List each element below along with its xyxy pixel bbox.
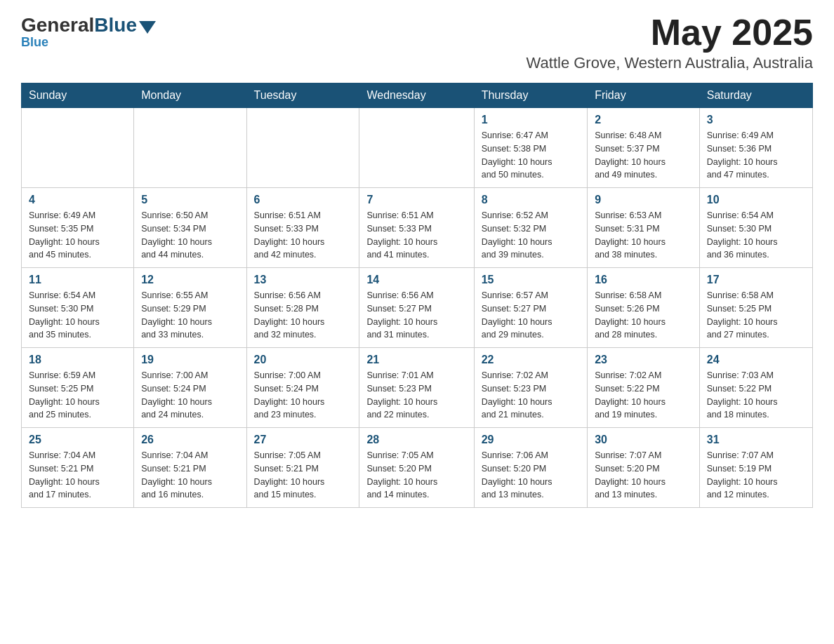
day-number: 1	[482, 114, 580, 126]
calendar-cell: 17Sunrise: 6:58 AMSunset: 5:25 PMDayligh…	[699, 268, 812, 348]
day-number: 21	[366, 354, 466, 366]
day-number: 10	[707, 194, 805, 206]
calendar-cell: 16Sunrise: 6:58 AMSunset: 5:26 PMDayligh…	[588, 268, 700, 348]
day-info: Sunrise: 7:00 AMSunset: 5:24 PMDaylight:…	[254, 369, 352, 422]
day-number: 20	[254, 354, 352, 366]
calendar-cell	[22, 108, 134, 188]
day-number: 5	[141, 194, 239, 206]
week-row-2: 4Sunrise: 6:49 AMSunset: 5:35 PMDaylight…	[22, 188, 813, 268]
col-header-wednesday: Wednesday	[359, 83, 474, 108]
calendar-cell: 28Sunrise: 7:05 AMSunset: 5:20 PMDayligh…	[359, 428, 474, 508]
day-number: 28	[366, 434, 466, 446]
logo-blue-part: Blue	[94, 14, 156, 36]
day-info: Sunrise: 6:49 AMSunset: 5:35 PMDaylight:…	[29, 209, 126, 262]
day-info: Sunrise: 6:55 AMSunset: 5:29 PMDaylight:…	[141, 289, 239, 342]
calendar-cell: 29Sunrise: 7:06 AMSunset: 5:20 PMDayligh…	[474, 428, 587, 508]
day-info: Sunrise: 6:58 AMSunset: 5:25 PMDaylight:…	[707, 289, 805, 342]
day-number: 14	[366, 274, 466, 286]
day-number: 13	[254, 274, 352, 286]
day-info: Sunrise: 7:02 AMSunset: 5:22 PMDaylight:…	[595, 369, 692, 422]
week-row-3: 11Sunrise: 6:54 AMSunset: 5:30 PMDayligh…	[22, 268, 813, 348]
calendar-cell: 13Sunrise: 6:56 AMSunset: 5:28 PMDayligh…	[246, 268, 359, 348]
calendar-cell: 31Sunrise: 7:07 AMSunset: 5:19 PMDayligh…	[699, 428, 812, 508]
day-info: Sunrise: 6:54 AMSunset: 5:30 PMDaylight:…	[29, 289, 126, 342]
day-info: Sunrise: 6:51 AMSunset: 5:33 PMDaylight:…	[254, 209, 352, 262]
day-info: Sunrise: 6:51 AMSunset: 5:33 PMDaylight:…	[366, 209, 466, 262]
location-title: Wattle Grove, Western Australia, Austral…	[527, 54, 813, 72]
day-number: 4	[29, 194, 126, 206]
calendar-cell: 2Sunrise: 6:48 AMSunset: 5:37 PMDaylight…	[588, 108, 700, 188]
col-header-friday: Friday	[588, 83, 700, 108]
calendar-cell: 22Sunrise: 7:02 AMSunset: 5:23 PMDayligh…	[474, 348, 587, 428]
day-info: Sunrise: 6:58 AMSunset: 5:26 PMDaylight:…	[595, 289, 692, 342]
calendar-cell: 25Sunrise: 7:04 AMSunset: 5:21 PMDayligh…	[22, 428, 134, 508]
day-number: 2	[595, 114, 692, 126]
day-number: 22	[482, 354, 580, 366]
calendar-cell: 24Sunrise: 7:03 AMSunset: 5:22 PMDayligh…	[699, 348, 812, 428]
calendar-cell: 12Sunrise: 6:55 AMSunset: 5:29 PMDayligh…	[134, 268, 246, 348]
day-number: 16	[595, 274, 692, 286]
calendar-cell: 14Sunrise: 6:56 AMSunset: 5:27 PMDayligh…	[359, 268, 474, 348]
day-info: Sunrise: 6:57 AMSunset: 5:27 PMDaylight:…	[482, 289, 580, 342]
calendar-header-row: SundayMondayTuesdayWednesdayThursdayFrid…	[22, 83, 813, 108]
day-number: 31	[707, 434, 805, 446]
logo: General Blue Blue	[21, 14, 156, 50]
calendar-cell: 18Sunrise: 6:59 AMSunset: 5:25 PMDayligh…	[22, 348, 134, 428]
day-info: Sunrise: 7:04 AMSunset: 5:21 PMDaylight:…	[29, 449, 126, 502]
day-info: Sunrise: 6:56 AMSunset: 5:27 PMDaylight:…	[366, 289, 466, 342]
calendar-cell: 6Sunrise: 6:51 AMSunset: 5:33 PMDaylight…	[246, 188, 359, 268]
calendar-cell: 10Sunrise: 6:54 AMSunset: 5:30 PMDayligh…	[699, 188, 812, 268]
logo-underline-text: Blue	[21, 35, 48, 50]
day-info: Sunrise: 7:02 AMSunset: 5:23 PMDaylight:…	[482, 369, 580, 422]
week-row-1: 1Sunrise: 6:47 AMSunset: 5:38 PMDaylight…	[22, 108, 813, 188]
day-number: 19	[141, 354, 239, 366]
calendar-cell: 5Sunrise: 6:50 AMSunset: 5:34 PMDaylight…	[134, 188, 246, 268]
day-info: Sunrise: 7:00 AMSunset: 5:24 PMDaylight:…	[141, 369, 239, 422]
calendar-cell: 1Sunrise: 6:47 AMSunset: 5:38 PMDaylight…	[474, 108, 587, 188]
day-number: 11	[29, 274, 126, 286]
calendar-cell: 7Sunrise: 6:51 AMSunset: 5:33 PMDaylight…	[359, 188, 474, 268]
day-number: 18	[29, 354, 126, 366]
day-number: 26	[141, 434, 239, 446]
calendar-cell: 19Sunrise: 7:00 AMSunset: 5:24 PMDayligh…	[134, 348, 246, 428]
page-header: General Blue Blue May 2025 Wattle Grove,…	[21, 14, 813, 72]
day-info: Sunrise: 6:48 AMSunset: 5:37 PMDaylight:…	[595, 129, 692, 182]
day-number: 7	[366, 194, 466, 206]
day-number: 17	[707, 274, 805, 286]
calendar-table: SundayMondayTuesdayWednesdayThursdayFrid…	[21, 83, 813, 508]
day-number: 30	[595, 434, 692, 446]
day-number: 3	[707, 114, 805, 126]
calendar-cell: 27Sunrise: 7:05 AMSunset: 5:21 PMDayligh…	[246, 428, 359, 508]
day-info: Sunrise: 6:47 AMSunset: 5:38 PMDaylight:…	[482, 129, 580, 182]
calendar-cell: 11Sunrise: 6:54 AMSunset: 5:30 PMDayligh…	[22, 268, 134, 348]
col-header-thursday: Thursday	[474, 83, 587, 108]
day-number: 15	[482, 274, 580, 286]
col-header-monday: Monday	[134, 83, 246, 108]
day-number: 6	[254, 194, 352, 206]
day-info: Sunrise: 7:06 AMSunset: 5:20 PMDaylight:…	[482, 449, 580, 502]
day-info: Sunrise: 7:03 AMSunset: 5:22 PMDaylight:…	[707, 369, 805, 422]
day-info: Sunrise: 7:05 AMSunset: 5:20 PMDaylight:…	[366, 449, 466, 502]
day-info: Sunrise: 7:01 AMSunset: 5:23 PMDaylight:…	[366, 369, 466, 422]
calendar-cell: 9Sunrise: 6:53 AMSunset: 5:31 PMDaylight…	[588, 188, 700, 268]
logo-general-text: General	[21, 14, 94, 36]
day-info: Sunrise: 6:52 AMSunset: 5:32 PMDaylight:…	[482, 209, 580, 262]
day-number: 24	[707, 354, 805, 366]
logo-triangle-icon	[139, 21, 156, 34]
day-info: Sunrise: 6:54 AMSunset: 5:30 PMDaylight:…	[707, 209, 805, 262]
calendar-cell: 21Sunrise: 7:01 AMSunset: 5:23 PMDayligh…	[359, 348, 474, 428]
day-info: Sunrise: 7:04 AMSunset: 5:21 PMDaylight:…	[141, 449, 239, 502]
calendar-cell: 30Sunrise: 7:07 AMSunset: 5:20 PMDayligh…	[588, 428, 700, 508]
day-number: 23	[595, 354, 692, 366]
logo-blue-text: Blue	[94, 14, 137, 36]
day-info: Sunrise: 6:56 AMSunset: 5:28 PMDaylight:…	[254, 289, 352, 342]
day-info: Sunrise: 6:53 AMSunset: 5:31 PMDaylight:…	[595, 209, 692, 262]
day-info: Sunrise: 6:49 AMSunset: 5:36 PMDaylight:…	[707, 129, 805, 182]
day-number: 25	[29, 434, 126, 446]
calendar-cell: 23Sunrise: 7:02 AMSunset: 5:22 PMDayligh…	[588, 348, 700, 428]
calendar-cell	[246, 108, 359, 188]
day-info: Sunrise: 6:50 AMSunset: 5:34 PMDaylight:…	[141, 209, 239, 262]
day-number: 12	[141, 274, 239, 286]
day-info: Sunrise: 7:07 AMSunset: 5:19 PMDaylight:…	[707, 449, 805, 502]
calendar-cell	[134, 108, 246, 188]
